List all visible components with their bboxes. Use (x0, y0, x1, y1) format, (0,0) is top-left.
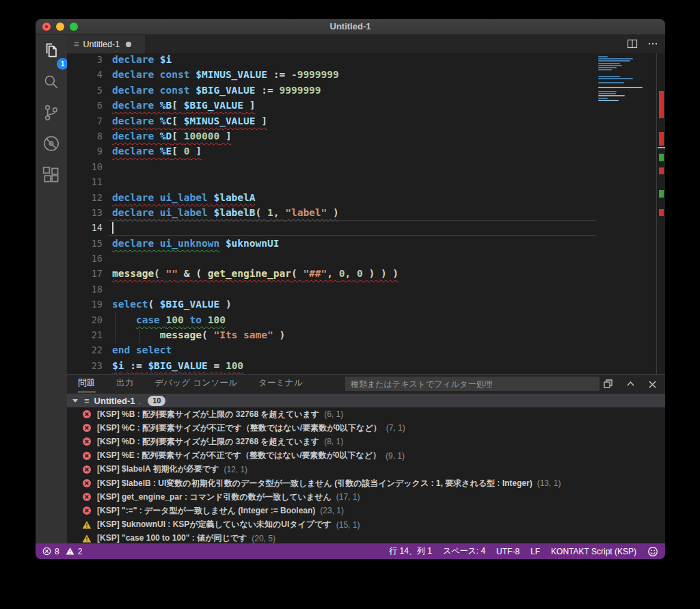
problems-file-name: Untitled-1 (94, 396, 135, 406)
problem-row[interactable]: [KSP] %E : 配列要素サイズが不正です（整数ではない/要素数が0以下など… (67, 449, 665, 463)
problem-row[interactable]: [KSP] %C : 配列要素サイズが不正です（整数ではない/要素数が0以下など… (67, 421, 665, 435)
code-line[interactable]: 6declare %B[ $BIG_VALUE ] (67, 98, 596, 113)
tab-output[interactable]: 出力 (116, 375, 134, 392)
error-count: 8 (55, 547, 59, 556)
minimap-line (598, 69, 612, 70)
problem-location: (6, 1) (324, 409, 343, 419)
problems-panel: 問題 出力 デバッグ コンソール ターミナル ≡ Untitled-1 . (67, 374, 665, 543)
close-panel-icon[interactable] (648, 379, 657, 392)
code-line[interactable]: 22end select (67, 342, 596, 357)
tab-terminal[interactable]: ターミナル (258, 375, 303, 392)
code-editor[interactable]: 3declare $i4declare const $MINUS_VALUE :… (67, 53, 665, 374)
problem-row[interactable]: [KSP] $labelB : UI変数の初期化引数のデータ型が一致しません (… (67, 476, 665, 490)
problem-message: [KSP] $uknownUI : KSPが定義していない未知のUIタイプです (97, 519, 332, 530)
source-control-icon[interactable] (41, 103, 62, 123)
problem-row[interactable]: [KSP] $uknownUI : KSPが定義していない未知のUIタイプです(… (67, 518, 665, 532)
activity-bar: 1 (36, 35, 67, 543)
code-line[interactable]: 11 (67, 174, 596, 189)
problem-location: (12, 1) (224, 465, 247, 474)
line-number: 6 (67, 98, 103, 113)
code-line[interactable]: 13declare ui_label $labelB( 1, "label" ) (67, 205, 596, 220)
window-title: Untitled-1 (36, 21, 665, 31)
code-line[interactable]: 8declare %D[ 100000 ] (67, 128, 596, 144)
minimap-line (598, 60, 630, 62)
problem-row[interactable]: [KSP] %B : 配列要素サイズが上限の 32768 を超えています(6, … (67, 407, 665, 421)
error-icon (82, 465, 92, 474)
language-mode[interactable]: KONTAKT Script (KSP) (551, 547, 636, 556)
encoding[interactable]: UTF-8 (496, 547, 520, 556)
minimap-line (598, 58, 633, 59)
line-number: 19 (67, 297, 103, 312)
code-line[interactable]: 15declare ui_unknown $uknownUI (67, 236, 596, 251)
warning-icon (82, 520, 92, 530)
line-number: 4 (67, 67, 103, 82)
minimap-line (598, 80, 656, 81)
indentation[interactable]: スペース: 4 (443, 545, 485, 557)
error-icon (82, 478, 92, 488)
problems-status[interactable]: 8 2 (42, 547, 82, 556)
code-line[interactable]: 10 (67, 159, 596, 174)
unsaved-dot-icon[interactable] (126, 42, 131, 47)
problem-location: (20, 5) (252, 534, 275, 543)
tab-problems[interactable]: 問題 (78, 375, 96, 392)
minimap[interactable] (596, 53, 656, 374)
problem-row[interactable]: [KSP] ":=" : データ型が一致しません (Integer := Boo… (67, 504, 665, 517)
debug-icon[interactable] (41, 133, 62, 154)
collapse-arrow-icon[interactable] (72, 399, 78, 403)
code-line[interactable]: 3declare $i (67, 53, 596, 67)
chevron-up-icon[interactable] (625, 379, 636, 392)
more-actions-icon[interactable] (647, 38, 658, 52)
tab-label: Untitled-1 (83, 40, 120, 49)
line-number: 10 (67, 159, 103, 174)
error-icon (82, 506, 92, 515)
code-line[interactable]: 21 message( "Its same" ) (67, 327, 596, 342)
code-line[interactable]: 7declare %C[ $MINUS_VALUE ] (67, 113, 596, 128)
code-line[interactable]: 23$i := $BIG_VALUE = 100 (67, 358, 596, 373)
code-line[interactable]: 16 (67, 251, 596, 266)
code-line[interactable]: 19select( $BIG_VALUE ) (67, 297, 596, 312)
problem-row[interactable]: [KSP] get_engine_par : コマンド引数の数が一致していません… (67, 490, 665, 504)
ruler-mark-error (659, 167, 664, 174)
code-line[interactable]: 18 (67, 282, 596, 297)
problem-row[interactable]: [KSP] %D : 配列要素サイズが上限の 32768 を超えています(8, … (67, 435, 665, 448)
line-number: 11 (67, 174, 103, 189)
code-line[interactable]: 9declare %E[ 0 ] (67, 144, 596, 159)
maximize-panel-icon[interactable] (603, 379, 613, 392)
tab-untitled-1[interactable]: ≡ Untitled-1 (67, 35, 145, 53)
minimap-line (598, 100, 619, 101)
tab-debug-console[interactable]: デバッグ コンソール (154, 375, 237, 392)
error-icon (82, 492, 92, 502)
minimap-line (598, 87, 643, 88)
code-text: $i := $BIG_VALUE = 100 (112, 358, 243, 373)
current-line-highlight (109, 220, 596, 235)
error-icon (82, 451, 92, 461)
code-line[interactable]: 5declare const $BIG_VALUE := 9999999 (67, 83, 596, 98)
code-line[interactable]: 12declare ui_label $labelA (67, 190, 596, 205)
split-editor-icon[interactable] (627, 38, 638, 52)
problem-row[interactable]: [KSP] $labelA 初期化が必要です(12, 1) (67, 463, 665, 476)
explorer-icon[interactable]: 1 (41, 40, 62, 61)
problem-message: [KSP] $labelA 初期化が必要です (97, 463, 219, 475)
code-line[interactable]: 4declare const $MINUS_VALUE := -9999999 (67, 67, 596, 82)
code-line[interactable]: 20 case 100 to 100 (67, 312, 596, 327)
code-text: declare %E[ 0 ] (112, 144, 202, 159)
minimap-line (598, 98, 608, 99)
code-line[interactable]: 17message( "" & ( get_engine_par( "##", … (67, 266, 596, 281)
problems-file-group[interactable]: ≡ Untitled-1 . 10 (67, 394, 665, 407)
error-icon (82, 409, 92, 419)
extensions-icon[interactable] (41, 165, 62, 185)
cursor-position[interactable]: 行 14、列 1 (389, 545, 432, 557)
title-bar: Untitled-1 (36, 19, 665, 35)
search-icon[interactable] (41, 72, 62, 92)
line-number: 21 (67, 327, 103, 342)
problems-count-badge: 10 (148, 396, 165, 406)
ruler-mark-warning (659, 154, 664, 161)
code-line[interactable]: 14 (67, 220, 596, 235)
minimap-line (598, 84, 656, 85)
problem-row[interactable]: [KSP] "case 100 to 100" : 値が同じです(20, 5) (67, 532, 665, 543)
feedback-smiley-icon[interactable] (647, 546, 658, 557)
eol-sequence[interactable]: LF (530, 547, 540, 556)
problems-filter-input[interactable] (345, 377, 600, 391)
file-icon: ≡ (84, 396, 90, 406)
minimap-line (598, 93, 616, 94)
